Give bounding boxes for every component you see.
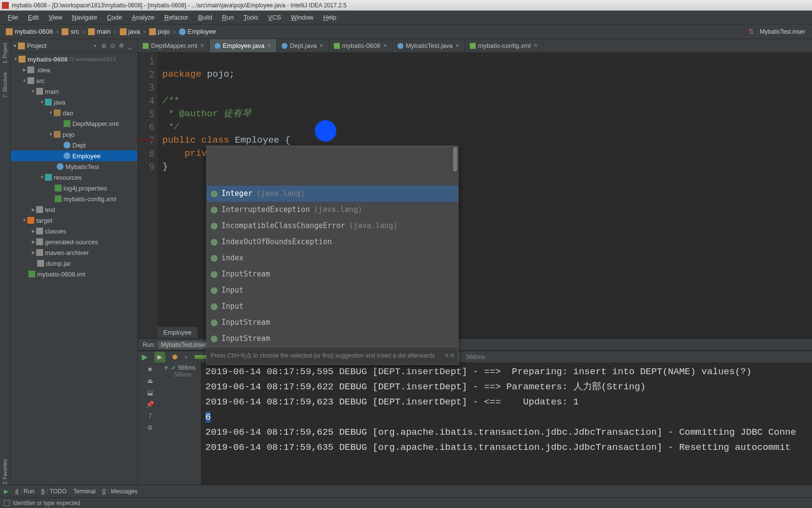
status-bar: Identifier or type expected <box>0 497 812 508</box>
test-tree[interactable]: ▼✔566ms 566ms <box>162 362 201 485</box>
pin-icon[interactable]: 📌 <box>146 400 154 408</box>
completion-popup[interactable]: Integer (java.lang)InterruptedException … <box>206 146 459 365</box>
run-again-icon[interactable]: ▶ <box>154 352 165 362</box>
tree-item[interactable]: ▶maven-archiver <box>11 247 137 258</box>
tool-project[interactable]: 1: Project <box>2 43 8 64</box>
layout-icon[interactable]: ⬓ <box>146 388 154 397</box>
status-box-icon[interactable] <box>4 500 10 506</box>
menu-tools[interactable]: Tools <box>239 12 263 23</box>
run-config[interactable]: MybatisTest.insert <box>158 341 211 349</box>
editor-tab[interactable]: Dept.java✕ <box>277 39 329 52</box>
completion-item[interactable]: IncompatibleClassChangeError (java.lang) <box>207 218 458 234</box>
project-tree[interactable]: ▼mybatis-0608D:\workspace\1813 ▶.idea ▼s… <box>11 53 137 485</box>
close-icon[interactable]: ✕ <box>455 42 460 49</box>
menu-refactor[interactable]: Refactor <box>159 12 193 23</box>
menu-help[interactable]: Help <box>318 12 341 23</box>
editor-tab[interactable]: mybatis-config.xml✕ <box>465 39 543 52</box>
menu-build[interactable]: Build <box>193 12 217 23</box>
tree-item[interactable]: log4j.properties <box>11 183 137 193</box>
code-area[interactable]: package pojo; /** * @author 徒有琴 */ publi… <box>157 53 812 338</box>
menu-vcs[interactable]: VCS <box>263 12 286 23</box>
menu-navigate[interactable]: Navigate <box>67 12 102 23</box>
tree-root[interactable]: ▼mybatis-0608D:\workspace\1813 <box>11 54 137 64</box>
breadcrumb-item[interactable]: main <box>86 27 112 36</box>
close-icon[interactable]: ✕ <box>267 42 271 49</box>
tree-item[interactable]: ▼main <box>11 86 137 97</box>
locate-icon[interactable]: ⊙ <box>109 42 116 50</box>
menu-window[interactable]: Window <box>286 12 318 23</box>
popup-resize-icon[interactable]: ≡ π <box>445 349 454 362</box>
editor-crumb[interactable]: Employee <box>157 326 198 338</box>
settings-icon[interactable]: ✲ <box>117 42 125 50</box>
stop-icon[interactable]: ■ <box>146 364 154 373</box>
breadcrumb-item[interactable]: src <box>60 27 81 36</box>
scrollbar[interactable] <box>453 147 457 171</box>
panel-dd-icon[interactable]: ▾ <box>94 43 96 48</box>
tree-item[interactable]: ▼pojo <box>11 129 137 140</box>
tree-item[interactable]: DeptMapper.xml <box>11 118 137 129</box>
menu-run[interactable]: Run <box>217 12 239 23</box>
tree-item[interactable]: ▶test <box>11 204 137 215</box>
completion-item[interactable]: Input <box>207 282 458 298</box>
editor-tab[interactable]: DeptMapper.xml✕ <box>138 39 210 52</box>
bottom-tool-tab[interactable]: Terminal <box>73 488 95 495</box>
console-output[interactable]: 2019-06-14 08:17:59,595 DEBUG [DEPT.inse… <box>201 362 812 485</box>
exit-icon[interactable]: ⏏ <box>146 376 154 385</box>
tool-favorites[interactable]: 2: Favorites <box>2 459 8 485</box>
breadcrumb-item[interactable]: java <box>118 27 142 36</box>
completion-item[interactable]: InputStream <box>207 266 458 282</box>
tree-item[interactable]: MybatisTest <box>11 161 137 172</box>
completion-item[interactable]: Input <box>207 298 458 315</box>
close-icon[interactable]: ✕ <box>319 42 324 49</box>
close-icon[interactable]: ✕ <box>533 42 538 49</box>
bottom-tool-tab[interactable]: 6: TODO <box>41 488 66 495</box>
tree-item[interactable]: ▶generated-sources <box>11 236 137 247</box>
tree-item[interactable]: ▼dao <box>11 107 137 118</box>
run-indicator-icon[interactable]: ▶ <box>4 488 8 495</box>
nav-indicator-icon[interactable]: ⇅ <box>748 28 754 35</box>
menu-view[interactable]: View <box>44 12 67 23</box>
tree-item[interactable]: ▶.idea <box>11 64 137 75</box>
breadcrumb-item[interactable]: Employee <box>177 27 218 36</box>
editor-tab[interactable]: Employee.java✕ <box>210 39 277 52</box>
rerun-icon[interactable]: ▶ <box>142 352 148 361</box>
more-icon[interactable]: » <box>184 353 188 360</box>
tree-item[interactable]: ▼src <box>11 75 137 86</box>
tree-item[interactable]: dump.jar <box>11 258 137 269</box>
completion-item[interactable]: InputStream <box>207 315 458 331</box>
collapse-icon[interactable]: ⊕ <box>100 42 108 50</box>
bottom-tool-tab[interactable]: 4: Run <box>15 488 34 495</box>
nav-recent[interactable]: MybatisTest.inser <box>757 27 808 36</box>
menu-edit[interactable]: Edit <box>23 12 44 23</box>
bottom-tool-tab[interactable]: 0: Messages <box>102 488 137 495</box>
completion-item[interactable]: index <box>207 250 458 266</box>
completion-item[interactable]: IndexOutOfBoundsException <box>207 234 458 250</box>
toggle-icon[interactable]: ⬢ <box>172 353 177 360</box>
tree-item[interactable]: mybatis-0608.iml <box>11 269 137 279</box>
menu-file[interactable]: File <box>3 12 23 23</box>
tool-structure[interactable]: 7: Structure <box>2 72 8 98</box>
editor-tab[interactable]: mybatis-0608✕ <box>329 39 393 52</box>
tree-item[interactable]: Dept <box>11 140 137 150</box>
editor-tab[interactable]: MybatisTest.java✕ <box>393 39 465 52</box>
tree-item-selected[interactable]: Employee <box>11 150 137 161</box>
completion-item[interactable]: InterruptedException (java.lang) <box>207 202 458 218</box>
close-icon[interactable]: ✕ <box>200 42 204 49</box>
tree-item[interactable]: ▼target <box>11 215 137 226</box>
tree-item[interactable]: ▼resources <box>11 172 137 183</box>
tree-item[interactable]: ▶classes <box>11 226 137 236</box>
tree-item[interactable]: mybatis-config.xml <box>11 193 137 204</box>
close-icon[interactable]: ✕ <box>383 42 387 49</box>
menu-code[interactable]: Code <box>102 12 127 23</box>
hide-icon[interactable]: ⎯ <box>126 42 134 50</box>
completion-item[interactable]: InputStream <box>207 331 458 347</box>
panel-dropdown-icon[interactable]: ▾ <box>14 43 16 48</box>
breadcrumb-item[interactable]: pojo <box>147 27 172 36</box>
settings-icon[interactable]: ⚙ <box>146 423 154 432</box>
menu-analyze[interactable]: Analyze <box>127 12 159 23</box>
completion-item[interactable]: Integer (java.lang) <box>207 186 458 202</box>
tree-item[interactable]: ▼java <box>11 97 137 107</box>
editor-body[interactable]: 123456789 package pojo; /** * @author 徒有… <box>138 53 812 338</box>
breadcrumb-item[interactable]: mybatis-0608 <box>4 27 55 36</box>
export-icon[interactable]: ⤴ <box>146 411 154 420</box>
